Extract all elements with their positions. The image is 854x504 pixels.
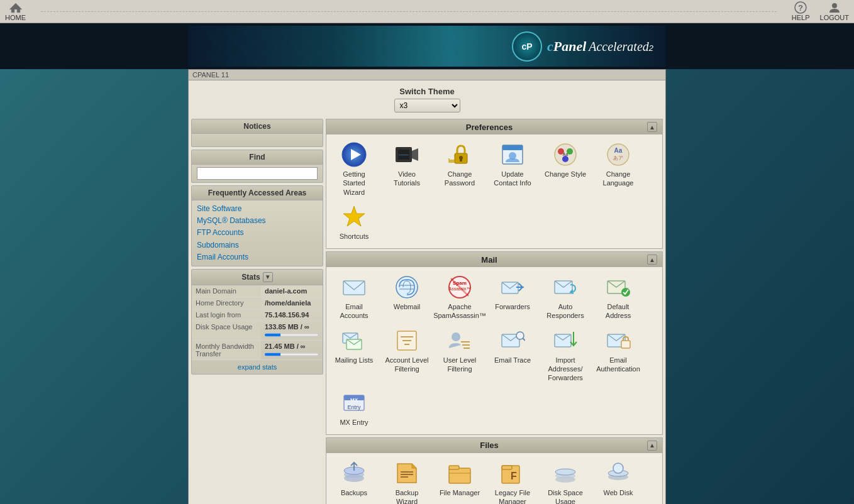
icon-item-mx-entry[interactable]: MXEntryMX Entry [329,388,379,429]
video-tutorials-icon [394,142,419,167]
theme-switch-label: Switch Theme [195,87,659,96]
video-tutorials-label: Video Tutorials [384,170,430,188]
icon-item-auto-responders[interactable]: Auto Responders [540,272,591,323]
icon-item-video-tutorials[interactable]: Video Tutorials [382,140,432,199]
stats-collapse-btn[interactable]: ▼ [263,272,273,282]
mailing-lists-icon [341,328,367,353]
icon-item-import-addresses-forwarders[interactable]: Import Addresses/ Forwarders [540,326,591,385]
svg-point-45 [452,332,460,341]
email-accounts-label: Email Accounts [331,302,377,320]
icon-item-forwarders[interactable]: Forwarders [487,272,538,323]
svg-rect-9 [399,155,409,155]
files-title: Files [331,441,647,450]
theme-switcher: Switch Theme x3 x2 paper_lantern [189,80,665,119]
faq-link-mysql-databases[interactable]: MySQL® Databases [197,215,318,227]
icon-item-apache-spamassassin[interactable]: SpamAssassin™Apache SpamAssassin™ [435,272,485,323]
files-collapse-btn[interactable]: ▲ [647,441,657,451]
icon-item-email-authentication[interactable]: Email Authentication [593,326,643,385]
change-password-label: Change Password [437,170,482,188]
top-navigation: HOME ? HELP LOGOUT [0,0,854,23]
files-panel: Files ▲ BackupsBackup WizardFile Manager… [326,437,663,504]
find-input[interactable] [197,167,318,180]
svg-rect-67 [449,468,470,483]
svg-point-3 [832,3,837,8]
find-content [192,165,323,182]
svg-point-78 [613,463,623,473]
faq-content: Site SoftwareMySQL® DatabasesFTP Account… [192,200,323,266]
backup-wizard-icon [394,461,419,486]
backups-label: Backups [341,488,367,497]
main-area: Preferences ▲ Getting Started WizardVide… [326,119,663,504]
auto-responders-icon [553,275,578,300]
icon-item-file-manager[interactable]: File Manager [435,458,485,504]
notices-section: Notices [191,119,323,147]
account-level-filtering-icon [394,328,419,353]
email-accounts-icon [341,275,367,300]
mail-panel: Mail ▲ Email AccountsWebmailSpamAssassin… [326,251,663,435]
change-style-icon: Aa [553,142,578,167]
icon-item-change-style[interactable]: AaChange Style [540,140,591,199]
icon-item-shortcuts[interactable]: Shortcuts [329,202,379,243]
default-address-label: Default Address [596,302,641,320]
mail-collapse-btn[interactable]: ▲ [647,255,657,265]
svg-point-21 [562,156,568,162]
top-nav-right: ? HELP LOGOUT [792,1,849,21]
icon-item-getting-started[interactable]: Getting Started Wizard [329,140,379,199]
faq-link-ftp-accounts[interactable]: FTP Accounts [197,227,318,239]
icon-item-user-level-filtering[interactable]: User Level Filtering [435,326,485,385]
stats-rows: Main Domaindaniel-a.comHome Directory/ho… [192,285,323,360]
icon-item-email-trace[interactable]: Email Trace [487,326,538,385]
stats-label: Main Domain [192,285,261,297]
banner-logo: cP c Panel Accelerated 2 [512,31,653,62]
icon-item-email-accounts[interactable]: Email Accounts [329,272,379,323]
icon-item-update-contact-info[interactable]: Update Contact Info [487,140,538,199]
svg-text:Aa: Aa [563,152,568,156]
account-level-filtering-label: Account Level Filtering [384,356,430,374]
stats-value: daniel-a.com [261,285,323,297]
icon-item-default-address[interactable]: Default Address [593,272,643,323]
stats-progress-bar [265,351,319,358]
change-language-label: Change Language [596,170,641,188]
icon-item-backups[interactable]: Backups [329,458,379,504]
svg-rect-71 [502,466,512,469]
version-bar: CPANEL 11 [189,70,665,80]
email-trace-label: Email Trace [494,356,531,364]
icon-item-disk-space-usage[interactable]: Disk Space Usage [540,458,591,504]
stats-row: Disk Space Usage133.85 MB / ∞ [192,321,323,341]
faq-link-subdomains[interactable]: Subdomains [197,239,318,251]
icon-item-mailing-lists[interactable]: Mailing Lists [329,326,379,385]
import-addresses-forwarders-label: Import Addresses/ Forwarders [543,356,588,383]
email-authentication-icon [606,328,631,353]
apache-spamassassin-label: Apache SpamAssassin™ [433,302,486,320]
expand-stats-link[interactable]: expand stats [238,363,277,371]
preferences-collapse-btn[interactable]: ▲ [647,122,657,132]
legacy-file-manager-icon: F [500,461,525,486]
icon-item-change-password[interactable]: Change Password [435,140,485,199]
icon-item-change-language[interactable]: AaあアChange Language [593,140,643,199]
icon-item-legacy-file-manager[interactable]: FLegacy File Manager [487,458,538,504]
icon-item-account-level-filtering[interactable]: Account Level Filtering [382,326,432,385]
mx-entry-icon: MXEntry [341,390,367,415]
logout-button[interactable]: LOGOUT [820,1,849,21]
icon-item-webmail[interactable]: Webmail [382,272,432,323]
theme-select[interactable]: x3 x2 paper_lantern [394,99,460,112]
stats-row: Main Domaindaniel-a.com [192,285,323,297]
stats-label: Disk Space Usage [192,321,261,340]
svg-marker-7 [412,148,418,161]
home-button[interactable]: HOME [5,1,26,21]
shortcuts-label: Shortcuts [340,232,369,241]
mx-entry-label: MX Entry [340,418,368,427]
icon-item-web-disk[interactable]: Web Disk [593,458,643,504]
faq-link-site-software[interactable]: Site Software [197,203,318,215]
version-label: CPANEL 11 [192,71,229,79]
svg-rect-13 [448,160,455,163]
expand-stats-container: expand stats [192,360,323,374]
change-password-icon [447,142,472,167]
getting-started-label: Getting Started Wizard [331,170,377,197]
help-button[interactable]: ? HELP [792,1,810,21]
faq-link-email-accounts[interactable]: Email Accounts [197,251,318,263]
shortcuts-icon [341,204,367,229]
svg-marker-0 [9,3,22,13]
stats-value: 133.85 MB / ∞ [261,321,323,340]
icon-item-backup-wizard[interactable]: Backup Wizard [382,458,432,504]
